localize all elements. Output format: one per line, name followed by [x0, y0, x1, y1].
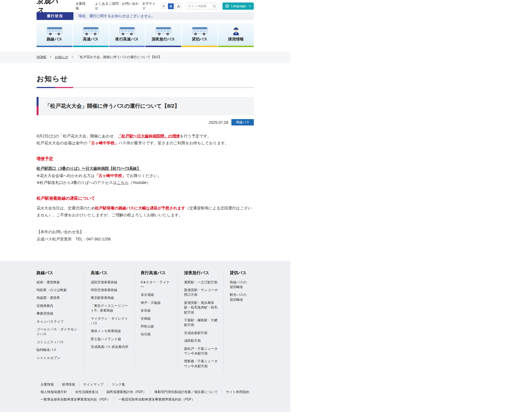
page-title: お知らせ [37, 74, 254, 84]
footer-link[interactable]: 仙台線 [141, 332, 173, 337]
footer-bottom-link[interactable]: 一般貸切旅客自動車運送事業標準運送約款（PDF） [114, 397, 199, 402]
footer-bottom-link[interactable]: 採用情報 [58, 382, 79, 387]
footer-link[interactable]: マイタウン・ダイレクトバス [91, 316, 129, 326]
footer-link[interactable]: 神戸・大阪線 [141, 301, 173, 305]
font-size-small-button[interactable]: A [161, 4, 166, 9]
main-content: お知らせ 「松戸花火大会」開催に伴うバスの運行について【8/2】 2025.07… [0, 74, 290, 243]
body-text: バス停が最寄りです。皆さまのご利用をお待ちしております。 [118, 141, 229, 145]
footer-link[interactable]: 新浦安駅・海浜幕張駅・稲毛海岸駅・稲毛駅方面 [184, 301, 219, 315]
footer-link[interactable]: 定期券案内 [37, 304, 79, 308]
footer-column-heading[interactable]: 深夜急行バス [184, 270, 219, 276]
category-badge[interactable]: 路線バス [231, 119, 254, 125]
footer-link[interactable]: 奈良線 [141, 308, 173, 313]
footer-column-highway-bus: 高速バス 成田空港発着路線羽田空港発着路線東京駅発着路線「東京ディズニーリゾート… [84, 270, 134, 372]
route-line: 松戸駅西口（3番のりば）〜日大歯科病院【松71〜73系統】 [37, 165, 254, 172]
font-size-large-button[interactable]: A [175, 3, 182, 9]
footer-link[interactable]: キャンパスライフ [37, 319, 79, 324]
footer-link[interactable]: 時刻表・のりば検索 [37, 288, 79, 292]
footer-link-list: 路線バスの貸切輸送観光バスの貸切輸送 [230, 280, 249, 302]
footer-column-heading[interactable]: 路線バス [37, 270, 79, 276]
body-text: でお降りください。 [126, 173, 161, 178]
footer-links-row-1: 企業情報採用情報サイトマップリンク集 [37, 382, 254, 387]
footer-link[interactable]: 富士急ハイランド線 [91, 337, 129, 341]
footer-links-row-3: 一般乗合旅客自動車運送事業運送約款（PDF）一般貸切旅客自動車運送事業標準運送約… [37, 397, 254, 402]
footer-bottom-link[interactable]: 企業情報 [37, 382, 58, 387]
nav-tab-late-night-express-bus[interactable]: 深夜急行バス [145, 23, 181, 47]
nav-tab-charter-bus[interactable]: 貸切バス [182, 23, 218, 47]
footer-link[interactable]: 羽田空港発着路線 [91, 288, 129, 292]
footer-link[interactable]: 「東京ディズニーリゾート®」発着路線 [91, 304, 129, 313]
footer-link[interactable]: 西船橋・千葉ニュータウン中央駅方面 [184, 359, 219, 369]
chevron-down-icon: ▼ [249, 5, 251, 7]
font-size-label: 文字サイズ [142, 1, 159, 11]
footer-link[interactable]: 和歌山線 [141, 324, 173, 329]
operation-status-button[interactable]: 運行状況 [37, 12, 73, 20]
bottom-bar: Keisei Bus 京成バス株式会社 Copyright©Keisei Bus… [0, 412, 290, 416]
footer-column-heading[interactable]: 貸切バス [230, 270, 249, 276]
footer-bottom-link[interactable]: 移動等円滑化取組計画書／報告書について [150, 390, 222, 394]
nav-tab-overnight-highway-bus[interactable]: 夜行高速バス [109, 23, 145, 47]
footer-link[interactable]: 新浦安駅・サンコーポ西口方面 [184, 288, 219, 297]
language-button[interactable]: Language ▼ [222, 2, 254, 10]
search-icon[interactable] [213, 4, 216, 8]
footer-link[interactable]: ゴールドパス・ダイヤモンドパス [37, 327, 79, 337]
footer-link[interactable]: 葛西駅・一之江駅方面 [184, 280, 219, 285]
footer-link[interactable]: 京成高速バス 総合案内所 [91, 345, 129, 349]
globe-icon [225, 4, 229, 8]
footer-link[interactable]: 新松戸・千葉ニュータウン中央駅方面 [184, 346, 219, 356]
font-size-medium-button[interactable]: A [168, 3, 174, 9]
footer-link[interactable]: 京成佐倉駅方面 [184, 331, 219, 335]
breadcrumb-news-link[interactable]: お知らせ [55, 55, 68, 59]
utility-nav: 企業情報 よくあるご質問・お問い合わせ [76, 1, 142, 11]
nav-tab-label: 高速バス [83, 37, 99, 42]
footer-bottom-link[interactable]: 一般乗合旅客自動車運送事業運送約款（PDF） [37, 397, 114, 402]
corporate-info-link[interactable]: 企業情報 [76, 1, 89, 11]
footer-bottom-link[interactable]: 国民保護業務計画（PDF） [102, 390, 150, 394]
footer-bottom-link[interactable]: 女性活躍推進法 [71, 390, 102, 394]
footer-link[interactable]: シャトルセブン [37, 356, 79, 360]
footer-link[interactable]: 名古屋線 [141, 292, 173, 297]
language-label: Language [231, 4, 246, 8]
contact-block: 【本件のお問い合わせ先】 京成バス松戸営業所 TEL：047-362-1256 [37, 228, 254, 242]
contact-line: 京成バス松戸営業所 TEL：047-362-1256 [37, 236, 254, 243]
breadcrumb: HOME > お知らせ > 「松戸花火大会」開催に伴うバスの運行について【8/2… [0, 52, 290, 63]
article-title-box: 「松戸花火大会」開催に伴うバスの運行について【8/2】 [37, 97, 254, 115]
youtube-access-link[interactable]: こちら [117, 180, 129, 185]
footer-link[interactable]: 東京駅発着路線 [91, 296, 129, 300]
footer-link[interactable]: 経路・運賃検索 [37, 280, 79, 285]
breadcrumb-separator: > [50, 55, 52, 59]
footer-column-heading[interactable]: 高速バス [91, 270, 129, 276]
footer-link[interactable]: 幕張メッセ発着路線 [91, 329, 129, 333]
footer-column-heading[interactable]: 夜行高速バス [141, 270, 173, 276]
footer-bottom-link[interactable]: 個人情報保護方針 [37, 390, 71, 394]
footer-bottom-link[interactable]: サイト利用規約 [222, 390, 253, 394]
nav-tab-recruit[interactable]: 採用情報 [218, 23, 254, 47]
footer-link[interactable]: 京都線 [141, 316, 173, 321]
footer-link[interactable]: 臨時輸送バス [37, 348, 79, 352]
footer-link[interactable]: コミュニティバス [37, 340, 79, 345]
footer-link[interactable]: 路線図・運賃表 [37, 296, 79, 300]
search-input[interactable] [188, 4, 213, 8]
nav-tab-highway-bus[interactable]: 高速バス [73, 23, 109, 47]
section-heading-extra-service: 増便予定 [37, 155, 254, 162]
breadcrumb-home-link[interactable]: HOME [37, 55, 47, 59]
nav-tab-label: 貸切バス [192, 37, 208, 42]
extra-service-link[interactable]: 「松戸駅〜日大歯科病院間」の増便 [118, 134, 180, 138]
footer-bottom-link[interactable]: リンク集 [108, 382, 129, 387]
footer-link[interactable]: 路線バスの貸切輸送 [230, 280, 249, 290]
footer-link[interactable]: 成田駅方面 [184, 338, 219, 343]
nav-tab-label: 路線バス [47, 37, 62, 42]
body-text: を行う予定です。 [180, 134, 211, 138]
footer-link[interactable]: 観光バスの貸切輸送 [230, 292, 249, 302]
route-link[interactable]: 松戸駅西口（3番のりば）〜日大歯科病院【松71〜73系統】 [37, 166, 141, 171]
footer-link[interactable]: 事業所情報 [37, 311, 79, 316]
footer-link[interactable]: 成田空港発着路線 [91, 280, 129, 285]
faq-contact-link[interactable]: よくあるご質問・お問い合わせ [95, 1, 142, 11]
delay-emphasis: 松戸駅発着の路線バスに大幅な遅延が予想されます [95, 206, 185, 210]
bus-illustration-icon [119, 26, 135, 36]
footer-link[interactable]: 千葉駅・鎌取駅・大網駅方面 [184, 318, 219, 328]
bus-illustration-icon [155, 26, 172, 36]
footer-bottom-link[interactable]: サイトマップ [79, 382, 108, 387]
footer-link[interactable]: K★スター・ライナー [141, 280, 173, 290]
nav-tab-local-bus[interactable]: 路線バス [37, 23, 72, 47]
